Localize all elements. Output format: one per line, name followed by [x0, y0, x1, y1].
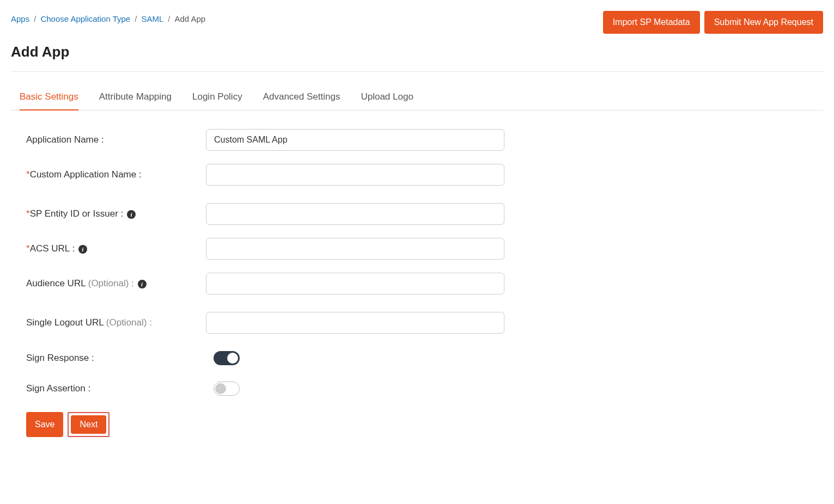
- import-sp-metadata-button[interactable]: Import SP Metadata: [603, 11, 700, 34]
- row-sign-assertion: Sign Assertion :: [26, 382, 823, 396]
- header-actions: Import SP Metadata Submit New App Reques…: [603, 11, 823, 34]
- label-sign-assertion: Sign Assertion :: [26, 383, 206, 394]
- save-button[interactable]: Save: [26, 412, 63, 437]
- label-slo-url: Single Logout URL (Optional) :: [26, 317, 206, 328]
- breadcrumb-sep: /: [168, 14, 170, 23]
- required-mark: *: [26, 169, 30, 180]
- tab-basic-settings[interactable]: Basic Settings: [20, 85, 78, 110]
- form-actions: Save Next: [26, 412, 823, 437]
- info-icon[interactable]: i: [78, 245, 87, 254]
- page-title: Add App: [11, 44, 823, 60]
- breadcrumb-choose[interactable]: Choose Application Type: [40, 14, 130, 23]
- info-icon[interactable]: i: [127, 210, 136, 219]
- label-acs-url: *ACS URL : i: [26, 243, 206, 254]
- submit-new-app-request-button[interactable]: Submit New App Request: [704, 11, 823, 34]
- application-name-input[interactable]: [206, 129, 504, 151]
- row-sp-entity-id: *SP Entity ID or Issuer : i: [26, 203, 823, 225]
- row-custom-application-name: *Custom Application Name :: [26, 164, 823, 186]
- required-mark: *: [26, 208, 30, 219]
- breadcrumb-apps[interactable]: Apps: [11, 14, 29, 23]
- breadcrumb: Apps / Choose Application Type / SAML / …: [11, 14, 205, 23]
- page-header: Apps / Choose Application Type / SAML / …: [11, 11, 823, 34]
- breadcrumb-current: Add App: [174, 14, 205, 23]
- label-audience-url: Audience URL (Optional) : i: [26, 278, 206, 289]
- next-button-highlight: Next: [68, 412, 109, 437]
- toggle-knob: [215, 383, 226, 394]
- sp-entity-id-input[interactable]: [206, 203, 504, 225]
- single-logout-url-input[interactable]: [206, 312, 504, 334]
- divider: [11, 71, 823, 72]
- breadcrumb-saml[interactable]: SAML: [141, 14, 163, 23]
- info-icon[interactable]: i: [138, 280, 147, 288]
- tab-upload-logo[interactable]: Upload Logo: [361, 85, 413, 110]
- row-sign-response: Sign Response :: [26, 351, 823, 365]
- label-sign-response: Sign Response :: [26, 353, 206, 364]
- tabs: Basic Settings Attribute Mapping Login P…: [11, 85, 823, 110]
- next-button[interactable]: Next: [71, 415, 106, 434]
- sign-response-toggle[interactable]: [214, 351, 240, 365]
- row-application-name: Application Name :: [26, 129, 823, 151]
- row-slo-url: Single Logout URL (Optional) :: [26, 312, 823, 334]
- label-custom-app-name: *Custom Application Name :: [26, 169, 206, 180]
- audience-url-input[interactable]: [206, 273, 504, 294]
- form: Application Name : *Custom Application N…: [11, 129, 823, 437]
- sign-assertion-toggle[interactable]: [214, 382, 240, 396]
- breadcrumb-sep: /: [34, 14, 36, 23]
- breadcrumb-sep: /: [135, 14, 137, 23]
- row-acs-url: *ACS URL : i: [26, 238, 823, 260]
- tab-advanced-settings[interactable]: Advanced Settings: [263, 85, 340, 110]
- tab-login-policy[interactable]: Login Policy: [192, 85, 242, 110]
- label-sp-entity: *SP Entity ID or Issuer : i: [26, 208, 206, 219]
- acs-url-input[interactable]: [206, 238, 504, 260]
- toggle-knob: [227, 353, 238, 364]
- row-audience-url: Audience URL (Optional) : i: [26, 273, 823, 294]
- custom-application-name-input[interactable]: [206, 164, 504, 186]
- label-application-name: Application Name :: [26, 134, 206, 145]
- tab-attribute-mapping[interactable]: Attribute Mapping: [99, 85, 172, 110]
- required-mark: *: [26, 243, 30, 254]
